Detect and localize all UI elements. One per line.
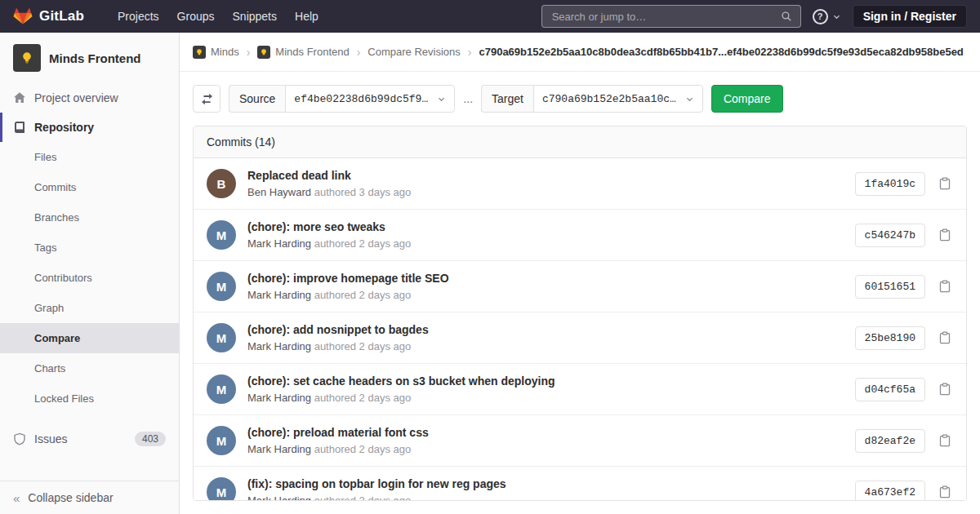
- commit-title-link[interactable]: (chore): set cache headers on s3 bucket …: [247, 374, 844, 388]
- commit-meta: Mark Harding authored 2 days ago: [247, 340, 844, 352]
- page-layout: Minds Frontend Project overview Reposito…: [0, 33, 980, 514]
- sidebar-item-compare[interactable]: Compare: [0, 323, 179, 353]
- commit-author-link[interactable]: Mark Harding: [247, 392, 311, 404]
- search-input[interactable]: [550, 10, 774, 24]
- commit-author-link[interactable]: Mark Harding: [247, 340, 311, 352]
- swap-revisions-button[interactable]: [193, 85, 220, 113]
- nav-item-help[interactable]: Help: [286, 5, 327, 28]
- clipboard-icon: [938, 383, 951, 396]
- chevron-down-icon: [685, 95, 694, 104]
- breadcrumb-item-minds-frontend[interactable]: Minds Frontend: [257, 46, 349, 59]
- commit-sha-button[interactable]: c546247b: [855, 224, 925, 247]
- breadcrumb-separator: ›: [357, 46, 361, 59]
- sidebar-item-repository[interactable]: Repository: [0, 113, 179, 142]
- sidebar-item-tags[interactable]: Tags: [0, 233, 179, 263]
- commit-info: (fix): spacing on topbar login for new r…: [247, 477, 844, 501]
- breadcrumb-label: Compare Revisions: [368, 46, 460, 58]
- source-revision-value: ef4be02238d6b99dc5f9…: [294, 93, 428, 105]
- sidebar-item-contributors[interactable]: Contributors: [0, 263, 179, 293]
- author-avatar: M: [207, 374, 236, 404]
- collapse-sidebar-button[interactable]: « Collapse sidebar: [0, 481, 179, 514]
- commit-sha-button[interactable]: d82eaf2e: [855, 429, 925, 453]
- commit-meta: Mark Harding authored 2 days ago: [247, 392, 844, 404]
- commit-sha-button[interactable]: 1fa4019c: [855, 172, 925, 196]
- copy-commit-sha-button[interactable]: [937, 278, 953, 295]
- commit-info: (chore): improve homepage title SEO Mark…: [247, 272, 844, 301]
- project-sidebar: Minds Frontend Project overview Reposito…: [0, 33, 180, 514]
- search-box: [541, 5, 801, 28]
- compare-button[interactable]: Compare: [711, 85, 783, 113]
- commit-title-link[interactable]: (chore): add nosnippet to bagdes: [247, 323, 844, 336]
- help-dropdown[interactable]: ?: [813, 9, 841, 24]
- sidebar-item-files[interactable]: Files: [0, 142, 179, 172]
- sidebar-item-label: Issues: [34, 432, 67, 445]
- commit-meta: Mark Harding authored 2 days ago: [247, 443, 844, 455]
- commit-info: (chore): preload material font css Mark …: [247, 426, 844, 455]
- nav-item-snippets[interactable]: Snippets: [224, 5, 286, 28]
- sidebar-item-issues[interactable]: Issues 403: [0, 423, 179, 454]
- author-avatar: M: [207, 477, 236, 501]
- copy-commit-sha-button[interactable]: [937, 432, 953, 449]
- home-icon: [13, 91, 26, 104]
- commit-author-link[interactable]: Ben Hayward: [247, 186, 311, 198]
- commit-title-link[interactable]: (fix): spacing on topbar login for new r…: [247, 477, 844, 490]
- author-avatar: M: [207, 323, 236, 352]
- commit-meta: Mark Harding authored 2 days ago: [247, 494, 844, 501]
- commit-meta: Ben Hayward authored 3 days ago: [247, 186, 844, 198]
- commits-panel: Commits (14) B Replaced dead link Ben Ha…: [193, 126, 967, 501]
- copy-commit-sha-button[interactable]: [937, 175, 953, 192]
- help-icon: ?: [813, 9, 828, 24]
- breadcrumb-item-compare-revisions[interactable]: Compare Revisions: [368, 46, 460, 58]
- sign-in-button[interactable]: Sign in / Register: [853, 5, 967, 28]
- copy-commit-sha-button[interactable]: [937, 381, 953, 397]
- collapse-chevrons-icon: «: [13, 492, 20, 504]
- breadcrumb-current-sha-range: c790a69b152e2b5aa10c8b0dea3cdf8b65bb41b7…: [479, 46, 963, 58]
- target-revision-dropdown[interactable]: c790a69b152e2b5aa10c…: [533, 85, 703, 113]
- commit-authored-time: authored 2 days ago: [314, 340, 412, 352]
- nav-item-projects[interactable]: Projects: [109, 5, 168, 28]
- commit-authored-time: authored 2 days ago: [314, 494, 412, 501]
- commit-author-link[interactable]: Mark Harding: [247, 443, 311, 455]
- sidebar-item-commits[interactable]: Commits: [0, 172, 179, 202]
- sidebar-item-project-overview[interactable]: Project overview: [0, 83, 179, 113]
- commit-author-link[interactable]: Mark Harding: [247, 289, 311, 301]
- breadcrumb: Minds › Minds Frontend › Compare Revisio…: [180, 33, 980, 72]
- sidebar-item-graph[interactable]: Graph: [0, 293, 179, 323]
- target-field-group: Target c790a69b152e2b5aa10c…: [481, 85, 703, 113]
- commit-author-link[interactable]: Mark Harding: [247, 494, 311, 501]
- clipboard-icon: [938, 331, 951, 344]
- sidebar-item-branches[interactable]: Branches: [0, 202, 179, 233]
- copy-commit-sha-button[interactable]: [937, 484, 953, 500]
- commit-meta: Mark Harding authored 2 days ago: [247, 237, 844, 250]
- commit-row: M (chore): preload material font css Mar…: [194, 414, 966, 466]
- commit-title-link[interactable]: (chore): more seo tweaks: [247, 220, 844, 233]
- gitlab-logo[interactable]: GitLab: [13, 6, 84, 28]
- commit-row: B Replaced dead link Ben Hayward authore…: [194, 158, 966, 209]
- commit-title-link[interactable]: (chore): preload material font css: [247, 426, 844, 439]
- commit-sha-button[interactable]: d04cf65a: [855, 378, 925, 401]
- commit-sha-button[interactable]: 25be8190: [855, 326, 925, 350]
- commit-meta: Mark Harding authored 2 days ago: [247, 289, 844, 301]
- swap-icon: [201, 93, 213, 105]
- sidebar-item-locked-files[interactable]: Locked Files: [0, 383, 179, 414]
- breadcrumb-label: Minds: [211, 46, 239, 58]
- gitlab-tanuki-icon: [13, 6, 33, 28]
- commit-authored-time: authored 2 days ago: [314, 289, 412, 301]
- copy-commit-sha-button[interactable]: [937, 227, 953, 243]
- collapse-label: Collapse sidebar: [28, 491, 113, 504]
- commit-title-link[interactable]: Replaced dead link: [247, 169, 844, 182]
- commit-title-link[interactable]: (chore): improve homepage title SEO: [247, 272, 844, 285]
- commit-author-link[interactable]: Mark Harding: [247, 237, 311, 250]
- breadcrumb-item-minds[interactable]: Minds: [193, 46, 239, 59]
- copy-commit-sha-button[interactable]: [937, 330, 953, 346]
- sidebar-item-charts[interactable]: Charts: [0, 353, 179, 383]
- issues-icon: [13, 432, 26, 445]
- commit-row: M (chore): add nosnippet to bagdes Mark …: [194, 312, 966, 363]
- commit-sha-button[interactable]: 60151651: [855, 275, 925, 299]
- navbar-right: ? Sign in / Register: [541, 5, 967, 28]
- project-header[interactable]: Minds Frontend: [0, 33, 179, 83]
- source-revision-dropdown[interactable]: ef4be02238d6b99dc5f9…: [285, 85, 455, 113]
- sidebar-item-label: Repository: [34, 121, 94, 134]
- nav-item-groups[interactable]: Groups: [168, 5, 224, 28]
- commit-sha-button[interactable]: 4a673ef2: [855, 481, 925, 502]
